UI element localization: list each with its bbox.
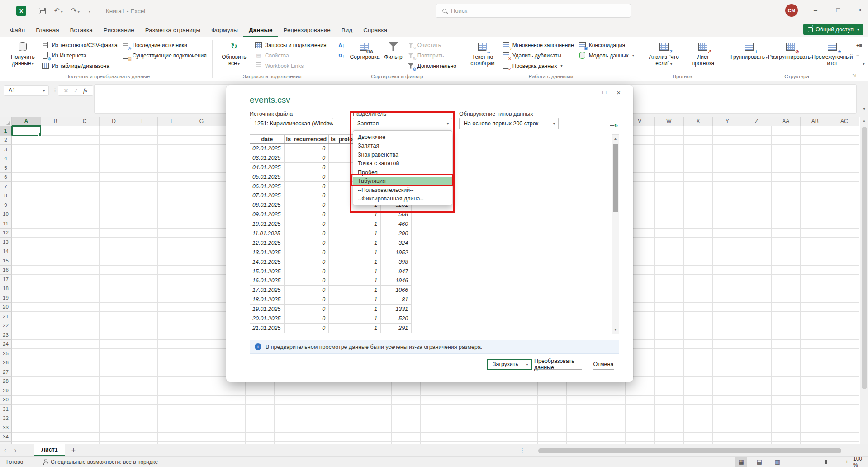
button-ungroup[interactable]: ⊘Разгруппировать▾	[770, 40, 811, 62]
column-header-E[interactable]: E	[128, 117, 158, 126]
row-header-26[interactable]: 26	[0, 358, 12, 368]
ribbon-tab[interactable]: Вид	[336, 24, 358, 37]
delimiter-option[interactable]: Двоеточие	[353, 133, 452, 142]
row-header-21[interactable]: 21	[0, 312, 12, 321]
row-header-13[interactable]: 13	[0, 238, 12, 247]
ribbon-tab[interactable]: Вставка	[65, 24, 98, 37]
minimize-button[interactable]: –	[808, 0, 823, 20]
scroll-up-icon[interactable]: ▲	[860, 119, 868, 123]
add-sheet-button[interactable]: +	[65, 446, 82, 454]
button-text-to-columns[interactable]: →Текст по столбцам	[465, 40, 500, 67]
delimiter-option[interactable]: Точка с запятой	[353, 159, 452, 168]
next-sheet-icon[interactable]: ›	[10, 447, 21, 454]
button-subtotal[interactable]: ±Промежуточный итог	[811, 40, 853, 67]
column-header-Z[interactable]: Z	[742, 117, 772, 126]
dialog-close-icon[interactable]: ×	[617, 89, 621, 96]
button-data-model[interactable]: Модель данных▾	[576, 50, 636, 61]
button-text-csv[interactable]: Из текстового/CSV-файла	[39, 40, 120, 50]
column-header-A[interactable]: A	[12, 117, 41, 126]
button-sort[interactable]: ЯАСортировка	[348, 40, 382, 62]
row-header-7[interactable]: 7	[0, 182, 12, 191]
row-header-4[interactable]: 4	[0, 154, 12, 164]
row-header-29[interactable]: 29	[0, 386, 12, 396]
button-forecast-sheet[interactable]: ↗Лист прогноза	[685, 40, 722, 67]
file-origin-select[interactable]: 1251: Кириллическая (Windows)▾	[250, 118, 333, 129]
button-sort-za[interactable]: Я↓	[336, 50, 348, 61]
ribbon-tab[interactable]: Справка	[358, 24, 393, 37]
button-recent-sources[interactable]: ◷Последние источники	[120, 40, 209, 50]
column-header-D[interactable]: D	[100, 117, 129, 126]
load-split-button[interactable]: Загрузить ▾	[487, 359, 532, 370]
cancel-entry-icon[interactable]: ✕	[64, 87, 69, 94]
vertical-scrollbar[interactable]: ▲	[860, 117, 868, 444]
row-header-2[interactable]: 2	[0, 136, 12, 145]
page-layout-view-button[interactable]: ▤	[754, 457, 765, 467]
zoom-level[interactable]: 100 %	[853, 456, 868, 467]
column-header-B[interactable]: B	[41, 117, 71, 126]
column-header-X[interactable]: X	[684, 117, 713, 126]
scroll-up-icon[interactable]: ▲	[612, 137, 619, 141]
delimiter-option[interactable]: --Пользовательский--	[353, 186, 452, 195]
row-header-18[interactable]: 18	[0, 284, 12, 294]
scroll-down-icon[interactable]: ▼	[612, 328, 619, 332]
preview-scroll-thumb[interactable]	[613, 144, 618, 212]
button-sort-az[interactable]: А↓	[336, 40, 348, 50]
undo-button[interactable]: ↶▾	[54, 7, 62, 15]
enter-entry-icon[interactable]: ✓	[74, 87, 78, 94]
button-queries-connections[interactable]: Запросы и подключения	[252, 40, 329, 50]
column-header-AC[interactable]: AC	[830, 117, 859, 126]
button-group[interactable]: +Группировать▾	[728, 40, 770, 62]
namebox-dropdown-icon[interactable]: ▾	[43, 89, 45, 93]
ribbon-tab[interactable]: Рисование	[98, 24, 140, 37]
button-advanced-filter[interactable]: ⚙Дополнительно	[405, 61, 459, 71]
row-header-12[interactable]: 12	[0, 229, 12, 238]
row-header-6[interactable]: 6	[0, 173, 12, 182]
row-header-27[interactable]: 27	[0, 367, 12, 377]
button-hide-detail[interactable]: −≡	[853, 50, 865, 61]
delimiter-option[interactable]: Запятая	[353, 142, 452, 151]
row-header-23[interactable]: 23	[0, 330, 12, 340]
button-consolidate[interactable]: ▣Консолидация	[576, 40, 636, 50]
button-existing-connections[interactable]: ▤Существующие подключения	[120, 50, 209, 61]
cancel-button[interactable]: Отмена	[593, 359, 614, 370]
row-header-8[interactable]: 8	[0, 191, 12, 201]
column-header-G[interactable]: G	[187, 117, 217, 126]
horizontal-scroll-thumb[interactable]	[538, 448, 841, 453]
button-get-data[interactable]: Получить данные▾	[6, 40, 39, 68]
insert-function-icon[interactable]: fx	[83, 87, 87, 94]
row-header-15[interactable]: 15	[0, 256, 12, 266]
button-web[interactable]: ⊕Из Интернета	[39, 50, 120, 61]
row-header-32[interactable]: 32	[0, 414, 12, 424]
row-header-24[interactable]: 24	[0, 340, 12, 349]
excel-app-icon[interactable]: X	[16, 6, 26, 16]
normal-view-button[interactable]: ▦	[735, 457, 747, 467]
load-dropdown-icon[interactable]: ▾	[523, 360, 531, 369]
row-header-3[interactable]: 3	[0, 145, 12, 154]
button-remove-duplicates[interactable]: ✕Удалить дубликаты	[500, 50, 576, 61]
maximize-button[interactable]: □	[830, 0, 846, 20]
close-button[interactable]: ×	[852, 0, 868, 20]
row-header-14[interactable]: 14	[0, 247, 12, 257]
zoom-out-button[interactable]: –	[806, 459, 809, 465]
name-box[interactable]: A1 ▾	[4, 85, 49, 96]
ribbon-tab[interactable]: Формулы	[206, 24, 243, 37]
prev-sheet-icon[interactable]: ‹	[0, 447, 10, 454]
more-options-icon[interactable]: ⋮	[519, 447, 525, 454]
column-header-W[interactable]: W	[655, 117, 684, 126]
row-header-16[interactable]: 16	[0, 266, 12, 275]
delimiter-option[interactable]: --Фиксированная длина--	[353, 195, 452, 204]
row-header-22[interactable]: 22	[0, 321, 12, 331]
dialog-maximize-icon[interactable]: □	[602, 89, 606, 95]
sheet-tab-list1[interactable]: Лист1	[34, 444, 65, 457]
column-header-AB[interactable]: AB	[801, 117, 830, 126]
button-refresh-all[interactable]: ↻Обновить все▾	[216, 40, 252, 68]
preview-refresh-icon[interactable]: ↻	[608, 119, 616, 126]
preview-scrollbar[interactable]: ▲ ▼	[612, 134, 619, 334]
column-header-AA[interactable]: AA	[771, 117, 801, 126]
save-icon[interactable]	[39, 8, 46, 14]
button-data-validation[interactable]: ✓Проверка данных▾	[500, 61, 576, 71]
accessibility-status[interactable]: Специальные возможности: все в порядке	[43, 459, 158, 465]
ribbon-tab[interactable]: Разметка страницы	[140, 24, 206, 37]
ribbon-tab[interactable]: Главная	[30, 24, 64, 37]
row-header-31[interactable]: 31	[0, 405, 12, 414]
